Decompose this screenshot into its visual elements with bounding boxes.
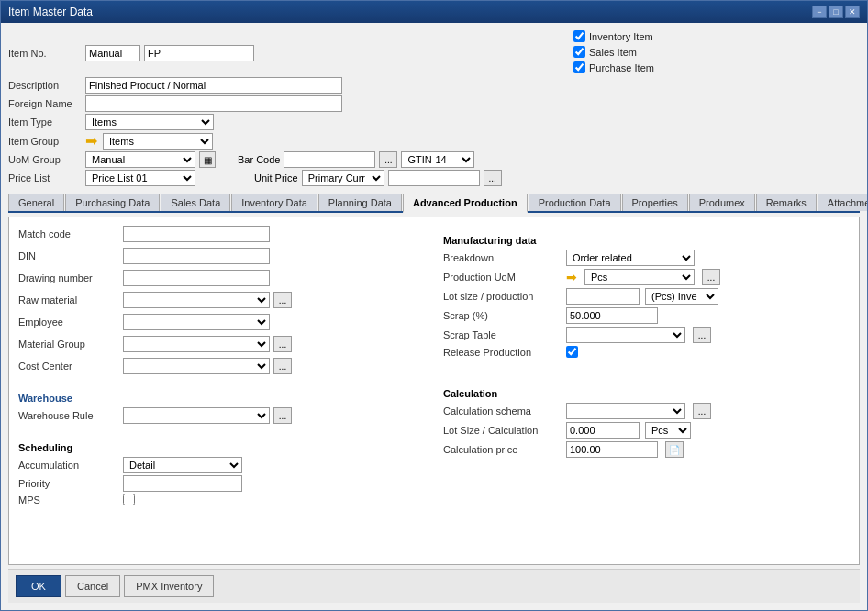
drawing-number-field[interactable]: [123, 270, 270, 286]
release-production-checkbox[interactable]: [566, 346, 578, 358]
production-uom-arrow-icon: ➡: [566, 270, 577, 284]
pmx-inventory-button[interactable]: PMX Inventory: [124, 575, 214, 597]
calc-section: Calculation Calculation schema ... Lot S…: [443, 383, 850, 461]
gtin-select[interactable]: GTIN-14: [401, 151, 474, 168]
material-group-row: Material Group ...: [18, 336, 425, 352]
calc-price-field[interactable]: [566, 441, 658, 458]
priority-field[interactable]: [123, 475, 242, 492]
row-uom-barcode: UoM Group Manual ▦ Bar Code ... GTIN-14: [8, 151, 860, 168]
din-field[interactable]: [123, 248, 270, 264]
priority-row: Priority: [18, 475, 425, 492]
description-field[interactable]: [85, 77, 342, 94]
release-production-label: Release Production: [443, 347, 562, 358]
row-item-type: Item Type Items: [8, 114, 860, 130]
raw-material-select[interactable]: [123, 292, 270, 308]
employee-select[interactable]: [123, 314, 270, 330]
din-label: DIN: [18, 250, 119, 261]
item-no-value-field[interactable]: [144, 45, 254, 61]
barcode-dots-button[interactable]: ...: [379, 151, 397, 168]
tab-attachments[interactable]: Attachments: [818, 194, 867, 211]
tab-properties[interactable]: Properties: [622, 194, 688, 211]
calc-schema-select[interactable]: [566, 403, 685, 419]
maximize-button[interactable]: □: [829, 6, 843, 18]
mps-checkbox[interactable]: [123, 494, 135, 505]
tab-sales[interactable]: Sales Data: [161, 194, 230, 211]
item-group-label: Item Group: [8, 136, 82, 147]
tab-advanced-production[interactable]: Advanced Production: [403, 194, 528, 213]
description-label: Description: [8, 80, 82, 91]
lot-size-production-field[interactable]: [566, 288, 640, 305]
drawing-number-label: Drawing number: [18, 272, 119, 283]
scrap-table-dots-button[interactable]: ...: [693, 327, 711, 343]
unit-price-dots-button[interactable]: ...: [484, 170, 502, 186]
calc-schema-dots-button[interactable]: ...: [693, 403, 711, 419]
scheduling-section: Scheduling Accumulation Detail Priority …: [18, 437, 425, 507]
scrap-pct-field[interactable]: [566, 307, 658, 324]
purchase-item-checkbox[interactable]: [573, 61, 585, 73]
tab-purchasing[interactable]: Purchasing Data: [65, 194, 160, 211]
raw-material-dots-button[interactable]: ...: [273, 292, 292, 308]
item-no-type-field[interactable]: [85, 45, 140, 61]
cost-center-dots-button[interactable]: ...: [273, 358, 292, 374]
tab-inventory[interactable]: Inventory Data: [231, 194, 317, 211]
content-area: Item No. Inventory Item Sales Item: [1, 23, 867, 610]
cost-center-select[interactable]: [123, 358, 270, 374]
barcode-field[interactable]: [284, 151, 375, 168]
tabs-bar: General Purchasing Data Sales Data Inven…: [8, 194, 860, 213]
production-uom-dots-button[interactable]: ...: [702, 269, 720, 285]
cost-center-label: Cost Center: [18, 361, 119, 372]
scrap-table-select[interactable]: [566, 327, 685, 343]
tab-general[interactable]: General: [8, 194, 64, 211]
tab-produmex[interactable]: Produmex: [689, 194, 755, 211]
material-group-dots-button[interactable]: ...: [273, 336, 292, 352]
breakdown-row: Breakdown Order related: [443, 250, 850, 266]
unit-price-currency-select[interactable]: Primary Curr: [302, 170, 384, 186]
purchase-item-row: Purchase Item: [573, 61, 654, 73]
unit-price-field[interactable]: [388, 170, 480, 186]
tab-remarks[interactable]: Remarks: [756, 194, 817, 211]
breakdown-select[interactable]: Order related: [566, 250, 695, 266]
material-group-select[interactable]: [123, 336, 270, 352]
price-list-select[interactable]: Price List 01: [85, 170, 195, 186]
left-panel: Match code DIN Drawing number Raw materi…: [18, 226, 425, 555]
match-code-field[interactable]: [123, 226, 270, 242]
header-fields: Item No. Inventory Item Sales Item: [8, 30, 860, 186]
lot-size-calc-field[interactable]: [566, 422, 640, 439]
item-group-select[interactable]: Items: [103, 133, 213, 150]
inventory-item-row: Inventory Item: [573, 30, 654, 42]
accumulation-select[interactable]: Detail: [123, 457, 242, 473]
sales-item-row: Sales Item: [573, 46, 654, 58]
minimize-button[interactable]: −: [812, 6, 827, 18]
breakdown-label: Breakdown: [443, 252, 562, 263]
ok-button[interactable]: OK: [16, 575, 61, 597]
purchase-item-label: Purchase Item: [589, 62, 654, 73]
item-group-arrow-icon: ➡: [85, 132, 97, 150]
tab-production-data[interactable]: Production Data: [529, 194, 621, 211]
row-price: Price List Price List 01 Unit Price Prim…: [8, 170, 860, 186]
calc-price-icon-button[interactable]: 📄: [665, 441, 684, 458]
window-controls: − □ ✕: [812, 6, 860, 18]
tab-content-area: Match code DIN Drawing number Raw materi…: [8, 217, 860, 565]
employee-label: Employee: [18, 317, 119, 328]
warehouse-rule-dots-button[interactable]: ...: [273, 407, 292, 424]
lot-size-production-label: Lot size / production: [443, 291, 562, 302]
cancel-button[interactable]: Cancel: [65, 575, 120, 597]
warehouse-rule-select[interactable]: [123, 407, 270, 424]
tab-planning[interactable]: Planning Data: [318, 194, 402, 211]
inventory-item-checkbox[interactable]: [573, 30, 585, 42]
lot-size-unit-select[interactable]: (Pcs) Inve: [645, 288, 718, 305]
match-code-label: Match code: [18, 228, 119, 239]
item-type-select[interactable]: Items: [85, 114, 214, 130]
uom-symbol-button[interactable]: ▦: [199, 151, 216, 168]
close-button[interactable]: ✕: [845, 6, 860, 18]
lot-size-calc-unit-select[interactable]: Pcs: [645, 422, 691, 439]
foreign-name-field[interactable]: [85, 95, 342, 112]
uom-group-select[interactable]: Manual: [85, 151, 195, 168]
priority-label: Priority: [18, 478, 119, 489]
sales-item-checkbox[interactable]: [573, 46, 585, 58]
scrap-pct-row: Scrap (%): [443, 307, 850, 324]
uom-group-label: UoM Group: [8, 154, 82, 165]
scheduling-section-title: Scheduling: [18, 442, 425, 453]
production-uom-select[interactable]: Pcs: [584, 269, 695, 285]
right-panel: Manufacturing data Breakdown Order relat…: [443, 226, 850, 555]
